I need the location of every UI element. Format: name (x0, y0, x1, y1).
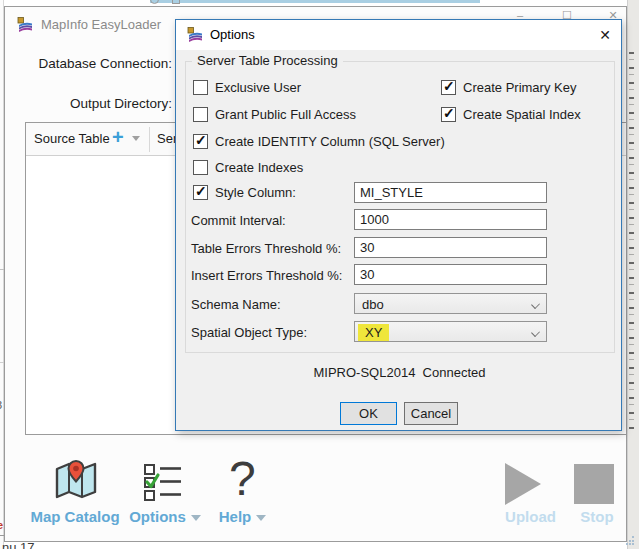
add-table-dropdown-icon[interactable] (132, 136, 140, 141)
checkbox-label: Create IDENTITY Column (SQL Server) (215, 134, 445, 149)
chevron-down-icon (531, 328, 540, 337)
dialog-titlebar[interactable]: Options ✕ (176, 20, 621, 50)
insert-errors-threshold-input[interactable] (354, 264, 547, 285)
table-errors-threshold-input[interactable] (354, 237, 547, 258)
background-window-edge (150, 0, 480, 3)
screen: 3 e nu 17 MapInfo EasyLoader – ☐ ✕ Datab… (0, 0, 639, 549)
output-directory-label: Output Directory: (12, 96, 172, 111)
checkbox-label: Create Primary Key (463, 80, 576, 95)
options-label: Options (129, 508, 186, 525)
background-text-fragments (629, 52, 634, 432)
cancel-button[interactable]: Cancel (404, 402, 458, 425)
checkbox-label: Style Column: (215, 185, 296, 200)
checkbox-create-indexes[interactable] (193, 160, 208, 175)
mapinfo-logo-icon (17, 16, 34, 33)
commit-interval-input[interactable] (354, 209, 547, 230)
chevron-down-icon (256, 515, 266, 521)
checkbox-label: Grant Public Full Access (215, 107, 356, 122)
checkbox-label: Create Spatial Index (463, 107, 581, 122)
checkbox-create-spatial-index[interactable] (441, 107, 456, 122)
options-dialog: Options ✕ Server Table Processing Exclus… (175, 19, 622, 431)
chevron-down-icon (531, 300, 540, 309)
style-column-input[interactable] (354, 182, 547, 203)
insert-errors-threshold-label: Insert Errors Threshold %: (191, 268, 342, 283)
checkbox-exclusive-user[interactable] (193, 80, 208, 95)
window-title: MapInfo EasyLoader (41, 17, 161, 32)
help-label: Help (219, 508, 252, 525)
help-question-icon[interactable]: ? (229, 455, 256, 503)
dialog-title: Options (210, 27, 255, 42)
chevron-down-icon (191, 515, 201, 521)
background-fragment: e (0, 519, 3, 531)
selected-value: dbo (362, 297, 384, 312)
resize-grip[interactable] (625, 535, 635, 545)
checkbox-style-column[interactable] (193, 185, 208, 200)
connection-status: MIPRO-SQL2014 Connected (176, 365, 623, 380)
help-menu-button[interactable]: Help (205, 508, 280, 526)
spatial-object-type-label: Spatial Object Type: (191, 325, 307, 340)
checkbox-create-identity-column[interactable] (193, 134, 208, 149)
schema-name-select[interactable]: dbo (354, 293, 547, 314)
mapinfo-logo-icon (187, 26, 204, 43)
stop-square-icon (574, 464, 614, 504)
upload-button[interactable]: Upload (493, 508, 568, 525)
group-title: Server Table Processing (192, 53, 343, 68)
background-square-glyph-icon (172, 0, 180, 4)
table-errors-threshold-label: Table Errors Threshold %: (191, 241, 341, 256)
checkbox-grant-public-full-access[interactable] (193, 107, 208, 122)
ok-button[interactable]: OK (340, 402, 397, 425)
checkbox-label: Exclusive User (215, 80, 301, 95)
add-table-icon[interactable]: + (112, 126, 124, 149)
spatial-object-type-select[interactable]: XY (354, 321, 547, 342)
stop-button[interactable]: Stop (572, 508, 622, 525)
schema-name-label: Schema Name: (191, 297, 281, 312)
map-catalog-button[interactable]: Map Catalog (25, 508, 125, 525)
checkbox-create-primary-key[interactable] (441, 80, 456, 95)
dialog-close-icon[interactable]: ✕ (594, 25, 616, 45)
checkbox-label: Create Indexes (215, 160, 303, 175)
column-header-source-table[interactable]: Source Table (34, 131, 110, 146)
column-divider (149, 127, 150, 152)
commit-interval-label: Commit Interval: (191, 213, 286, 228)
background-circle-glyph-icon (150, 0, 159, 4)
selected-value-highlighted: XY (358, 324, 389, 341)
map-catalog-icon[interactable] (53, 459, 99, 501)
options-checklist-icon[interactable] (143, 463, 183, 501)
upload-play-icon (505, 463, 541, 505)
database-connection-label: Database Connection: (12, 56, 172, 71)
options-menu-button[interactable]: Options (120, 508, 210, 526)
